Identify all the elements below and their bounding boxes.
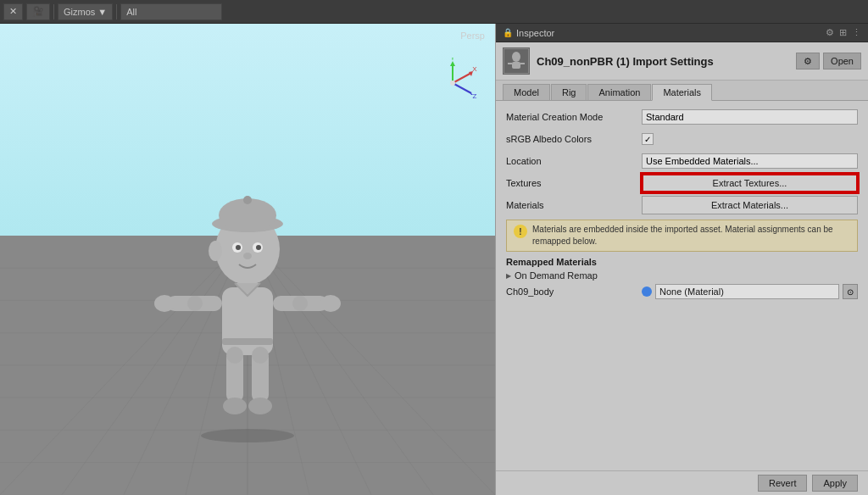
on-demand-remap-row[interactable]: ▶ On Demand Remap: [506, 270, 858, 281]
close-button[interactable]: ✕: [3, 3, 23, 20]
inspector-header-bar: 🔒 Inspector ⚙ ⊞ ⋮: [496, 24, 868, 42]
svg-line-23: [453, 83, 471, 93]
main-area: Persp Y X Z: [0, 24, 868, 495]
close-icon: ✕: [9, 6, 17, 17]
extract-textures-button[interactable]: Extract Textures...: [642, 174, 858, 192]
info-text: Materials are embedded inside the import…: [532, 224, 850, 248]
svg-text:Y: Y: [450, 58, 455, 62]
location-row: Location Use Embedded Materials...: [506, 152, 858, 170]
top-toolbar: ✕ 🎥 Gizmos ▼: [0, 0, 868, 24]
material-creation-mode-row: Material Creation Mode Standard: [506, 108, 858, 126]
gizmos-dropdown-icon: ▼: [97, 7, 107, 17]
srgb-checkbox[interactable]: ✓: [642, 133, 654, 145]
textures-row: Textures Extract Textures...: [506, 174, 858, 192]
svg-point-42: [243, 196, 252, 204]
settings-icon[interactable]: ⚙: [826, 27, 834, 38]
svg-point-52: [292, 296, 308, 311]
svg-point-45: [236, 245, 241, 250]
lock-tab-icon: 🔒: [503, 28, 513, 37]
settings-area: Material Creation Mode Standard sRGB Alb…: [496, 101, 868, 470]
textures-value: Extract Textures...: [642, 174, 858, 192]
srgb-value: ✓: [642, 133, 858, 145]
overflow-icon[interactable]: ⋮: [852, 27, 861, 38]
remapped-materials-title: Remapped Materials: [506, 257, 858, 267]
materials-value: Extract Materials...: [642, 196, 858, 214]
srgb-label: sRGB Albedo Colors: [506, 134, 642, 144]
material-creation-mode-value: Standard: [642, 109, 858, 125]
svg-point-54: [512, 52, 520, 62]
apply-button[interactable]: Apply: [812, 475, 858, 492]
none-material-input[interactable]: [655, 284, 839, 299]
revert-button[interactable]: Revert: [758, 475, 807, 492]
svg-point-35: [154, 295, 175, 312]
gear-button[interactable]: ⚙: [796, 53, 820, 70]
separator2: [116, 4, 117, 19]
character-svg: [154, 139, 341, 444]
svg-point-46: [256, 245, 261, 250]
location-value: Use Embedded Materials...: [642, 153, 858, 169]
gizmo-container: Y X Z: [427, 58, 478, 108]
character-container: [137, 122, 358, 444]
search-input[interactable]: [120, 3, 222, 20]
perspective-label: Persp: [460, 31, 485, 41]
extract-materials-button[interactable]: Extract Materials...: [642, 196, 858, 214]
tab-materials[interactable]: Materials: [652, 84, 712, 101]
svg-text:Z: Z: [473, 92, 477, 100]
location-select[interactable]: Use Embedded Materials...: [642, 153, 858, 169]
svg-point-27: [201, 429, 294, 442]
inspector-panel: 🔒 Inspector ⚙ ⊞ ⋮ Ch09_nonPBR (1) I: [495, 24, 868, 495]
textures-label: Textures: [506, 178, 642, 188]
svg-point-31: [248, 398, 272, 414]
ch09-body-row: Ch09_body ⊙: [506, 284, 858, 299]
svg-rect-55: [512, 62, 520, 69]
material-target-button[interactable]: ⊙: [843, 284, 858, 299]
svg-point-51: [187, 296, 203, 311]
ch09-body-label: Ch09_body: [506, 286, 642, 297]
open-button[interactable]: Open: [823, 53, 861, 70]
asset-title: Ch09_nonPBR (1) Import Settings: [537, 55, 789, 68]
svg-text:X: X: [472, 65, 477, 73]
triangle-icon: ▶: [506, 272, 511, 280]
bottom-buttons: Revert Apply: [496, 470, 868, 495]
tab-model[interactable]: Model: [503, 84, 550, 100]
svg-line-20: [453, 73, 471, 83]
svg-rect-33: [222, 338, 273, 345]
tab-animation[interactable]: Animation: [587, 84, 651, 100]
camera-button[interactable]: 🎥: [26, 3, 50, 20]
asset-header-buttons: ⚙ Open: [796, 53, 861, 70]
gizmos-button[interactable]: Gizmos ▼: [58, 3, 113, 20]
tab-rig[interactable]: Rig: [551, 84, 587, 100]
location-label: Location: [506, 156, 642, 166]
materials-label: Materials: [506, 200, 642, 210]
gizmos-label: Gizmos: [64, 7, 95, 17]
ch09-body-value: ⊙: [642, 284, 858, 299]
svg-point-49: [226, 347, 243, 364]
info-icon: !: [514, 225, 527, 238]
srgb-row: sRGB Albedo Colors ✓: [506, 130, 858, 148]
inspector-header-icons: ⚙ ⊞ ⋮: [826, 27, 861, 38]
info-box: ! Materials are embedded inside the impo…: [506, 220, 858, 252]
separator: [53, 4, 54, 19]
asset-thumbnail: [504, 49, 528, 73]
material-dot: [642, 286, 652, 297]
viewport: Persp Y X Z: [0, 24, 495, 495]
svg-point-37: [320, 295, 341, 312]
checkmark-icon: ✓: [644, 135, 651, 144]
gizmo-svg: Y X Z: [427, 58, 478, 108]
svg-point-30: [223, 398, 247, 414]
asset-icon: [503, 47, 530, 75]
material-creation-mode-label: Material Creation Mode: [506, 112, 642, 122]
materials-row: Materials Extract Materials...: [506, 196, 858, 214]
tabs-row: Model Rig Animation Materials: [496, 81, 868, 101]
svg-point-47: [243, 253, 252, 259]
svg-point-26: [450, 81, 455, 86]
svg-point-50: [252, 347, 269, 364]
camera-icon: 🎥: [32, 6, 44, 17]
on-demand-remap-label: On Demand Remap: [515, 270, 598, 281]
asset-header: Ch09_nonPBR (1) Import Settings ⚙ Open: [496, 42, 868, 81]
inspector-title: Inspector: [516, 28, 822, 38]
material-creation-mode-select[interactable]: Standard: [642, 109, 858, 125]
svg-point-48: [209, 241, 222, 261]
layout-icon[interactable]: ⊞: [839, 27, 847, 38]
